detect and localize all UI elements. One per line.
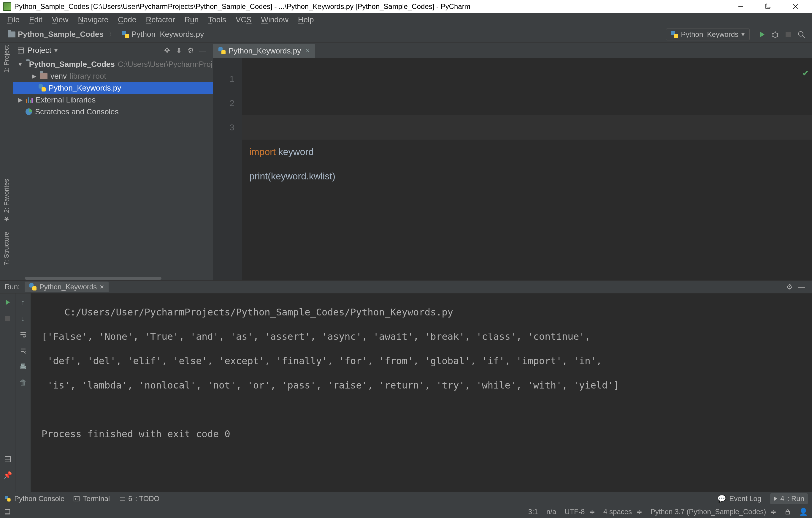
inspection-ok-icon[interactable]: ✔ xyxy=(802,61,809,85)
read-only-toggle[interactable] xyxy=(785,509,791,515)
console-output[interactable]: C:/Users/User/PycharmProjects/Python_Sam… xyxy=(31,294,812,492)
stripe-favorites[interactable]: ★2: Favorites xyxy=(3,179,10,223)
menu-vcs[interactable]: VCS xyxy=(231,13,256,26)
maximize-button[interactable] xyxy=(754,0,782,13)
search-everywhere-button[interactable] xyxy=(795,28,808,41)
settings-button[interactable]: ⚙ xyxy=(185,45,197,56)
scrollbar-thumb[interactable] xyxy=(25,277,162,280)
stripe-python-console[interactable]: Python Console xyxy=(4,494,64,503)
run-button[interactable] xyxy=(756,28,769,41)
breadcrumb-file[interactable]: Python_Keywords.py xyxy=(118,30,207,39)
layout-icon xyxy=(4,456,11,463)
tree-venv[interactable]: ▶ venv library root xyxy=(13,70,213,82)
tree-scratches[interactable]: Scratches and Consoles xyxy=(13,106,213,118)
menu-tools[interactable]: Tools xyxy=(203,13,231,26)
editor-gutter: 123 xyxy=(213,58,242,280)
inspector-icon: 👤 xyxy=(799,508,808,516)
svg-line-12 xyxy=(803,36,805,38)
tab-label: Python_Keywords.py xyxy=(229,46,301,56)
interpreter-widget[interactable]: Python 3.7 (Python_Sample_Codes) ≑ xyxy=(650,508,776,516)
folder-icon xyxy=(8,31,16,37)
tree-scrollbar[interactable] xyxy=(13,276,213,280)
stripe-structure[interactable]: 7: Structure xyxy=(3,232,10,266)
code-content[interactable]: import keyword print(keyword.kwlist) xyxy=(249,140,805,188)
libraries-icon xyxy=(26,97,33,103)
hide-button[interactable]: — xyxy=(197,45,209,56)
run-configuration-select[interactable]: Python_Keywords ▾ xyxy=(666,28,750,40)
rerun-button[interactable] xyxy=(2,297,13,308)
stripe-project[interactable]: 1: Project xyxy=(3,45,10,73)
menu-code[interactable]: Code xyxy=(113,13,141,26)
close-tab-button[interactable]: × xyxy=(306,47,310,55)
stripe-terminal[interactable]: Terminal xyxy=(73,494,110,503)
svg-rect-18 xyxy=(74,496,79,501)
window-titlebar: Python_Sample_Codes [C:\Users\User\Pycha… xyxy=(0,0,812,13)
run-tab[interactable]: Python_Keywords × xyxy=(25,281,109,292)
layout-button[interactable] xyxy=(2,454,13,465)
menu-edit[interactable]: Edit xyxy=(24,13,47,26)
stripe-run-active[interactable]: 4: Run xyxy=(770,493,808,504)
play-icon xyxy=(760,31,764,37)
run-console-toolbar: ↑ ↓ 🖶 🗑 xyxy=(16,294,31,492)
run-tool-window: Run: Python_Keywords × ⚙ — 📌 ↑ ↓ xyxy=(0,280,812,492)
down-button[interactable]: ↓ xyxy=(18,313,28,324)
project-tool-window: Project ▾ ✥ ⇕ ⚙ — ▼ Python_Sample_Codes … xyxy=(13,43,213,280)
current-line-highlight xyxy=(242,115,812,140)
pin-button[interactable]: 📌 xyxy=(2,470,13,481)
tree-label: Scratches and Consoles xyxy=(35,107,119,116)
print-icon: 🖶 xyxy=(20,362,27,371)
menu-file[interactable]: File xyxy=(2,13,24,26)
soft-wrap-button[interactable] xyxy=(18,329,28,340)
menu-help[interactable]: Help xyxy=(293,13,318,26)
gear-icon: ⚙ xyxy=(786,283,793,291)
run-label: Run: xyxy=(5,283,20,291)
run-settings-button[interactable]: ⚙ xyxy=(784,281,795,293)
clear-button[interactable]: 🗑 xyxy=(18,377,28,388)
menu-view[interactable]: View xyxy=(47,13,73,26)
tool-windows-button[interactable] xyxy=(4,509,11,515)
project-tree[interactable]: ▼ Python_Sample_Codes C:\Users\User\Pych… xyxy=(13,58,213,280)
tree-label: External Libraries xyxy=(36,96,95,105)
stop-button[interactable] xyxy=(782,28,795,41)
locate-button[interactable]: ✥ xyxy=(161,45,173,56)
stop-icon xyxy=(5,316,10,321)
indent-widget[interactable]: 4 spaces ≑ xyxy=(603,508,642,516)
menu-window[interactable]: Window xyxy=(256,13,293,26)
editor-tabs: Python_Keywords.py × xyxy=(213,43,812,58)
debug-button[interactable] xyxy=(769,28,782,41)
tree-external-libs[interactable]: ▶ External Libraries xyxy=(13,94,213,106)
up-button[interactable]: ↑ xyxy=(18,297,28,308)
close-run-tab-button[interactable]: × xyxy=(100,283,104,291)
left-tool-stripe: 1: Project ★2: Favorites 7: Structure xyxy=(0,43,13,280)
run-stop-button[interactable] xyxy=(2,313,13,324)
gear-icon: ⚙ xyxy=(187,46,194,55)
print-button[interactable]: 🖶 xyxy=(18,361,28,372)
tree-label: Python_Sample_Codes xyxy=(29,60,115,69)
stripe-todo[interactable]: 6: TODO xyxy=(119,494,160,503)
scratches-icon xyxy=(26,108,32,115)
pin-icon: 📌 xyxy=(3,471,12,480)
stripe-event-log[interactable]: 💬 Event Log xyxy=(717,494,761,503)
tree-file-selected[interactable]: Python_Keywords.py xyxy=(13,82,213,94)
encoding-widget[interactable]: UTF-8 ≑ xyxy=(564,508,595,516)
menu-run[interactable]: Run xyxy=(180,13,204,26)
code-editor[interactable]: 123 import keyword print(keyword.kwlist)… xyxy=(213,58,812,280)
inspection-widget[interactable]: 👤 xyxy=(799,508,808,516)
balloon-icon: 💬 xyxy=(717,494,726,503)
tree-root[interactable]: ▼ Python_Sample_Codes C:\Users\User\Pych… xyxy=(13,58,213,70)
close-button[interactable] xyxy=(782,0,809,13)
scroll-end-button[interactable] xyxy=(18,345,28,356)
breadcrumb-project[interactable]: Python_Sample_Codes xyxy=(4,30,118,39)
expand-all-button[interactable]: ⇕ xyxy=(173,45,185,56)
chevron-down-icon[interactable]: ▾ xyxy=(54,47,58,54)
chevron-down-icon: ▾ xyxy=(742,31,745,38)
menu-refactor[interactable]: Refactor xyxy=(141,13,179,26)
menu-navigate[interactable]: Navigate xyxy=(73,13,113,26)
caret-position[interactable]: 3:1 xyxy=(528,508,538,516)
line-separator[interactable]: n/a xyxy=(546,508,556,516)
editor-tab-active[interactable]: Python_Keywords.py × xyxy=(213,44,315,58)
project-view-icon xyxy=(17,47,24,54)
minimize-button[interactable] xyxy=(727,0,754,13)
status-bar: 3:1 n/a UTF-8 ≑ 4 spaces ≑ Python 3.7 (P… xyxy=(0,505,812,518)
run-hide-button[interactable]: — xyxy=(795,281,807,293)
